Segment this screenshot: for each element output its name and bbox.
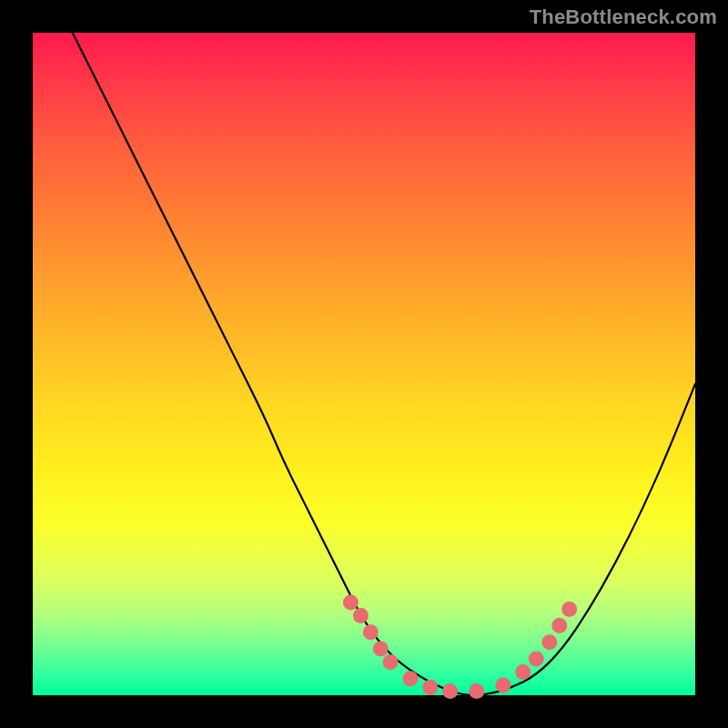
highlight-bead bbox=[515, 664, 531, 680]
highlight-bead bbox=[363, 624, 379, 640]
highlight-bead bbox=[561, 602, 577, 617]
highlight-bead bbox=[422, 680, 438, 695]
bottleneck-chart bbox=[33, 33, 695, 695]
highlight-bead bbox=[373, 642, 389, 657]
highlight-bead bbox=[541, 634, 557, 650]
highlight-bead bbox=[403, 671, 419, 686]
chart-area bbox=[33, 33, 695, 695]
highlight-bead bbox=[469, 683, 484, 699]
highlight-markers bbox=[343, 595, 577, 700]
highlight-bead bbox=[529, 652, 544, 667]
highlight-bead bbox=[353, 608, 369, 623]
highlight-bead bbox=[551, 618, 567, 633]
highlight-bead bbox=[343, 595, 359, 611]
highlight-bead bbox=[442, 683, 458, 699]
highlight-bead bbox=[383, 654, 399, 670]
highlight-bead bbox=[495, 678, 511, 693]
bottleneck-curve bbox=[73, 33, 695, 695]
watermark-text: TheBottleneck.com bbox=[530, 5, 717, 29]
